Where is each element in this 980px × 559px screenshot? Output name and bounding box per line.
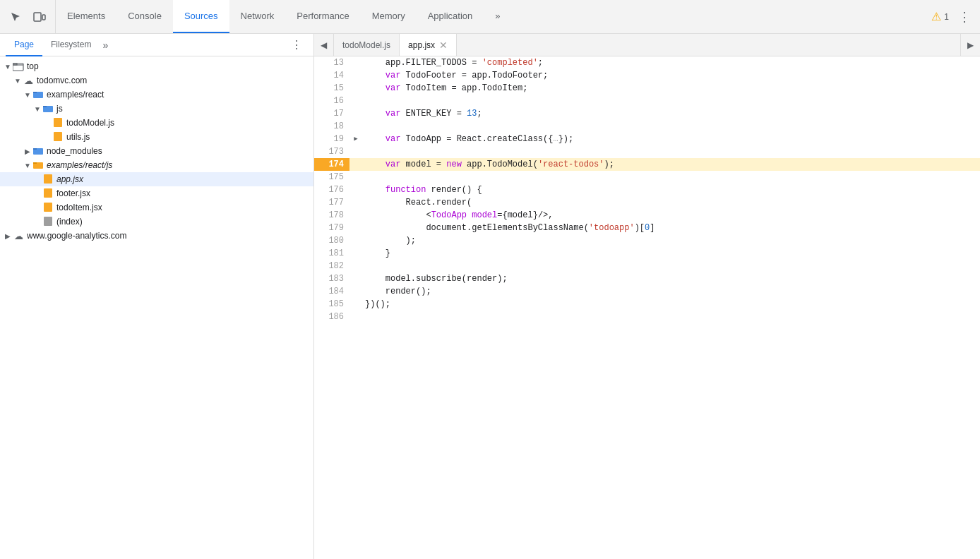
sub-tab-menu[interactable]: ⋮ [285, 38, 308, 52]
editor-tab-appjsx[interactable]: app.jsx ✕ [400, 34, 457, 56]
tree-item-js-folder[interactable]: js [0, 102, 313, 116]
tab-elements[interactable]: Elements [56, 0, 116, 33]
line-gutter-182 [349, 260, 362, 272]
cursor-icon[interactable] [6, 7, 25, 27]
tab-console[interactable]: Console [116, 0, 173, 33]
file-icon-todomodel [52, 117, 64, 128]
tree-item-utils[interactable]: utils.js [0, 130, 313, 144]
device-toggle-icon[interactable] [30, 7, 49, 27]
line-num-175: 175 [314, 171, 349, 184]
tree-label-google: www.google-analytics.com [27, 231, 126, 241]
code-line-178: 178 <TodoApp model={model}/>, [314, 209, 980, 222]
editor-tab-todomodel[interactable]: todoModel.js [334, 34, 400, 56]
tree-item-node-modules[interactable]: node_modules [0, 144, 313, 158]
sub-tabs: Page Filesystem » ⋮ [0, 34, 313, 56]
line-num-173: 173 [314, 145, 349, 158]
more-options-button[interactable]: ⋮ [955, 7, 974, 27]
line-content-15: var TodoItem = app.TodoItem; [362, 82, 980, 95]
line-content-178: <TodoApp model={model}/>, [362, 209, 980, 222]
tree-item-index[interactable]: (index) [0, 215, 313, 229]
line-gutter-176 [349, 184, 362, 196]
collapse-right-button[interactable]: ▶ [960, 34, 980, 56]
tree-item-examples-react-js[interactable]: examples/react/js [0, 158, 313, 172]
svg-rect-8 [54, 118, 62, 127]
left-panel: Page Filesystem » ⋮ top ☁ todomvc.com [0, 34, 314, 559]
file-icon-app-jsx [42, 174, 54, 185]
tab-memory[interactable]: Memory [361, 0, 417, 33]
expand-arrow-19[interactable]: ▶ [354, 133, 357, 145]
line-content-18 [362, 120, 980, 133]
line-content-181: } [362, 247, 980, 260]
file-icon-footer-jsx [42, 188, 54, 199]
tree-label-footer-jsx: footer.jsx [56, 188, 90, 198]
editor-tab-appjsx-close[interactable]: ✕ [439, 40, 448, 50]
tab-sources[interactable]: Sources [173, 0, 229, 33]
svg-rect-17 [44, 217, 52, 226]
tree-item-app-jsx[interactable]: app.jsx [0, 172, 313, 186]
folder-icon-top [13, 61, 24, 72]
tree-label-todoitem-jsx: todoItem.jsx [56, 203, 102, 212]
code-area[interactable]: 13 app.FILTER_TODOS = 'completed'; 14 va… [314, 56, 980, 559]
tree-arrow-todomvc [13, 76, 23, 85]
right-panel: ◀ todoModel.js app.jsx ✕ ▶ 13 app.FILTER… [314, 34, 980, 559]
code-line-179: 179 document.getElementsByClassName('tod… [314, 222, 980, 234]
tree-label-index: (index) [56, 217, 83, 227]
sub-tab-filesystem[interactable]: Filesystem [42, 34, 100, 56]
svg-rect-14 [44, 174, 52, 184]
tree-item-todoitem-jsx[interactable]: todoItem.jsx [0, 200, 313, 215]
svg-rect-11 [33, 148, 37, 150]
sub-tab-page[interactable]: Page [6, 34, 42, 56]
line-num-13: 13 [314, 56, 349, 69]
line-gutter-13 [349, 56, 362, 69]
code-line-181: 181 } [314, 247, 980, 260]
tab-more[interactable]: » [484, 0, 511, 33]
code-line-183: 183 model.subscribe(render); [314, 272, 980, 285]
line-gutter-184 [349, 285, 362, 298]
line-num-186: 186 [314, 311, 349, 323]
code-line-176: 176 function render() { [314, 184, 980, 196]
line-content-183: model.subscribe(render); [362, 272, 980, 285]
file-icon-utils [52, 131, 64, 143]
line-num-180: 180 [314, 234, 349, 247]
tree-item-todomvc[interactable]: ☁ todomvc.com [0, 73, 313, 88]
svg-rect-7 [43, 106, 47, 107]
line-num-181: 181 [314, 247, 349, 260]
tree-item-footer-jsx[interactable]: footer.jsx [0, 186, 313, 200]
tab-network[interactable]: Network [229, 0, 286, 33]
tree-item-google-analytics[interactable]: ☁ www.google-analytics.com [0, 229, 313, 243]
tab-application[interactable]: Application [417, 0, 484, 33]
line-gutter-19: ▶ [349, 133, 362, 145]
editor-tab-todomodel-label: todoModel.js [342, 40, 390, 50]
tree-item-top[interactable]: top [0, 59, 313, 73]
tree-label-todomodel: todoModel.js [66, 118, 114, 128]
svg-rect-13 [33, 162, 37, 164]
line-content-177: React.render( [362, 196, 980, 209]
collapse-left-button[interactable]: ◀ [314, 34, 334, 56]
warning-badge[interactable]: ⚠ 1 [931, 10, 949, 23]
line-content-19: var TodoApp = React.createClass({…}); [362, 133, 980, 145]
line-num-179: 179 [314, 222, 349, 234]
line-gutter-180 [349, 234, 362, 247]
line-gutter-15 [349, 82, 362, 95]
line-content-185: })(); [362, 298, 980, 311]
code-line-19: 19 ▶ var TodoApp = React.createClass({…}… [314, 133, 980, 145]
nav-right: ⚠ 1 ⋮ [926, 0, 980, 33]
tree-item-examples-react[interactable]: examples/react [0, 88, 313, 102]
code-line-182: 182 [314, 260, 980, 272]
line-content-175 [362, 171, 980, 184]
svg-rect-9 [54, 132, 62, 141]
line-content-176: function render() { [362, 184, 980, 196]
tab-performance[interactable]: Performance [285, 0, 360, 33]
sub-tab-more[interactable]: » [102, 40, 108, 51]
line-num-183: 183 [314, 272, 349, 285]
tree-item-todomodel[interactable]: todoModel.js [0, 116, 313, 130]
line-gutter-16 [349, 95, 362, 107]
code-line-15: 15 var TodoItem = app.TodoItem; [314, 82, 980, 95]
svg-rect-16 [44, 203, 52, 212]
line-gutter-18 [349, 120, 362, 133]
line-content-17: var ENTER_KEY = 13; [362, 107, 980, 120]
line-content-182 [362, 260, 980, 272]
code-line-180: 180 ); [314, 234, 980, 247]
line-num-178: 178 [314, 209, 349, 222]
line-num-174: 174 [314, 158, 349, 171]
